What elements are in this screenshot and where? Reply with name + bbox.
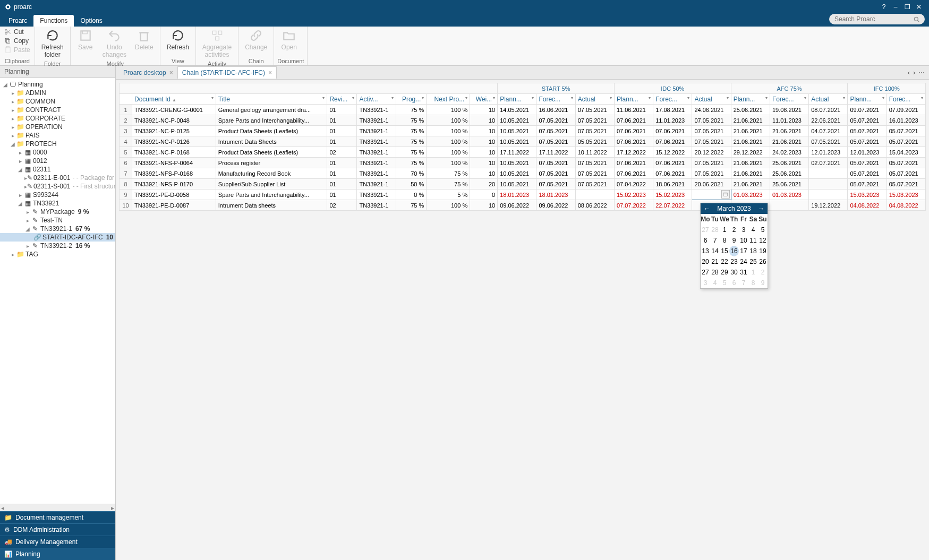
tree-operation[interactable]: ▸📁OPERATION: [0, 123, 115, 131]
cell-progress[interactable]: 75 %: [396, 105, 427, 115]
cell-rownum[interactable]: 3: [120, 126, 132, 136]
cell-idc-actual-editing[interactable]: [692, 189, 731, 200]
datepicker-day[interactable]: 27: [701, 225, 710, 235]
datepicker-day[interactable]: 23: [729, 256, 739, 267]
cell-idc-forecast[interactable]: 07.06.2021: [653, 136, 692, 147]
cell-ifc-forecast[interactable]: 15.03.2023: [887, 189, 925, 200]
cell-idc-forecast[interactable]: 07.06.2021: [653, 168, 692, 179]
tree-mypackage[interactable]: ▸✎MYPackage9 %: [0, 208, 115, 216]
cell-idc-planned[interactable]: 07.06.2021: [614, 115, 653, 126]
cell-start-forecast[interactable]: 17.11.2022: [536, 147, 575, 158]
cell-afc-actual[interactable]: [809, 168, 848, 179]
cell-progress[interactable]: 50 %: [396, 179, 427, 189]
cell-progress[interactable]: 70 %: [396, 168, 427, 179]
cell-afc-forecast[interactable]: 11.01.2023: [770, 115, 808, 126]
nav-delivery-management[interactable]: 🚚Delivery Management: [0, 536, 115, 548]
cell-afc-forecast[interactable]: [770, 200, 808, 211]
delete-button[interactable]: Delete: [132, 28, 157, 52]
cell-revision[interactable]: 01: [327, 115, 357, 126]
cell-afc-forecast[interactable]: 21.06.2021: [770, 136, 808, 147]
cell-afc-planned[interactable]: 25.06.2021: [731, 105, 770, 115]
close-icon[interactable]: ×: [268, 69, 272, 76]
datepicker-day[interactable]: 21: [710, 256, 720, 267]
cell-start-forecast[interactable]: 09.06.2022: [536, 200, 575, 211]
table-row[interactable]: 2TN33921-NC-P-0048Spare Parts and Interc…: [120, 115, 926, 126]
cell-afc-planned[interactable]: 21.06.2021: [731, 136, 770, 147]
col-start-actual[interactable]: Actual▾: [575, 94, 614, 105]
cell-rownum[interactable]: 4: [120, 136, 132, 147]
cell-afc-forecast[interactable]: 25.06.2021: [770, 168, 808, 179]
nav-ddm-administration[interactable]: ⚙DDM Administration: [0, 523, 115, 536]
filter-icon[interactable]: ▾: [765, 96, 768, 100]
cell-activity[interactable]: TN33921-1: [357, 168, 396, 179]
cell-next-progress[interactable]: 100 %: [427, 115, 470, 126]
datepicker-day[interactable]: 28: [710, 267, 720, 278]
datepicker-day[interactable]: 17: [739, 246, 748, 256]
datepicker-day[interactable]: 9: [758, 278, 768, 288]
cell-start-planned[interactable]: 14.05.2021: [498, 105, 536, 115]
col-rownum[interactable]: [120, 94, 132, 105]
table-row[interactable]: 1TN33921-CRENG-G-0001General geology arr…: [120, 105, 926, 115]
cell-revision[interactable]: 01: [327, 136, 357, 147]
table-row[interactable]: 6TN33921-NFS-P-0064Process register01TN3…: [120, 158, 926, 168]
cell-afc-actual[interactable]: 19.12.2022: [809, 200, 848, 211]
cell-idc-actual[interactable]: 20.12.2022: [692, 147, 731, 158]
cell-weight[interactable]: 0: [470, 189, 498, 200]
search-input[interactable]: [829, 14, 925, 24]
cell-afc-planned[interactable]: 29.12.2022: [731, 147, 770, 158]
tab-chain[interactable]: Chain (START-IDC-AFC-IFC)×: [177, 66, 277, 79]
cell-start-forecast[interactable]: 16.06.2021: [536, 105, 575, 115]
filter-icon[interactable]: ▾: [649, 96, 651, 100]
datepicker-next[interactable]: →: [758, 205, 764, 212]
datepicker-day[interactable]: 30: [729, 267, 739, 278]
col-start-planned[interactable]: Plann...▾: [498, 94, 536, 105]
save-button[interactable]: Save: [74, 28, 97, 52]
cell-title[interactable]: Intrument Data Sheets: [216, 136, 327, 147]
cell-activity[interactable]: TN33921-1: [357, 115, 396, 126]
undo-changes-button[interactable]: Undochanges: [99, 28, 130, 59]
table-row[interactable]: 3TN33921-NC-P-0125Product Data Sheets (L…: [120, 126, 926, 136]
cell-ifc-forecast[interactable]: 05.07.2021: [887, 168, 925, 179]
cell-idc-planned[interactable]: 07.04.2022: [614, 179, 653, 189]
cell-start-planned[interactable]: 17.11.2022: [498, 147, 536, 158]
col-document-id[interactable]: Document Id ▲▾: [132, 94, 216, 105]
tab-nav-next[interactable]: ›: [913, 69, 915, 76]
col-activity[interactable]: Activ...▾: [357, 94, 396, 105]
tree-tn33921[interactable]: ◢▦TN33921: [0, 199, 115, 208]
filter-icon[interactable]: ▾: [804, 96, 806, 100]
cell-idc-actual[interactable]: 07.05.2021: [692, 115, 731, 126]
cell-idc-planned[interactable]: 11.06.2021: [614, 105, 653, 115]
cell-start-planned[interactable]: 10.05.2021: [498, 115, 536, 126]
col-weight[interactable]: Wei...▾: [470, 94, 498, 105]
cell-revision[interactable]: 01: [327, 126, 357, 136]
cell-idc-forecast[interactable]: 07.06.2021: [653, 158, 692, 168]
datepicker-day[interactable]: 4: [710, 278, 720, 288]
filter-icon[interactable]: ▾: [322, 96, 325, 100]
tree-tn33921-1[interactable]: ◢✎TN33921-167 %: [0, 225, 115, 233]
cell-rownum[interactable]: 7: [120, 168, 132, 179]
cell-ifc-planned[interactable]: 05.07.2021: [848, 179, 887, 189]
cell-document-id[interactable]: TN33921-NFS-P-0170: [132, 179, 216, 189]
cell-ifc-forecast[interactable]: 05.07.2021: [887, 158, 925, 168]
table-row[interactable]: 10TN33921-PE-D-0087Intrument Data sheets…: [120, 200, 926, 211]
cell-afc-planned[interactable]: 21.06.2021: [731, 168, 770, 179]
cell-idc-planned[interactable]: 07.06.2021: [614, 136, 653, 147]
cell-start-forecast[interactable]: 07.05.2021: [536, 136, 575, 147]
col-ifc-forecast[interactable]: Forec...▾: [887, 94, 925, 105]
table-row[interactable]: 9TN33921-PE-D-0058Spare Parts and Interc…: [120, 189, 926, 200]
cell-weight[interactable]: 10: [470, 158, 498, 168]
cell-progress[interactable]: 0 %: [396, 189, 427, 200]
cell-ifc-planned[interactable]: 05.07.2021: [848, 158, 887, 168]
cell-start-actual[interactable]: 07.05.2021: [575, 126, 614, 136]
datepicker-day[interactable]: 29: [720, 267, 729, 278]
col-afc-planned[interactable]: Plann...▾: [731, 94, 770, 105]
tab-overflow[interactable]: ⋯: [918, 69, 925, 76]
filter-icon[interactable]: ▾: [465, 96, 467, 100]
nav-planning[interactable]: 📊Planning: [0, 548, 115, 560]
cell-idc-actual[interactable]: 07.05.2021: [692, 158, 731, 168]
cell-start-forecast[interactable]: 18.01.2023: [536, 189, 575, 200]
cell-activity[interactable]: TN33921-1: [357, 126, 396, 136]
tab-nav-prev[interactable]: ‹: [908, 69, 910, 76]
datepicker-day[interactable]: 2: [729, 225, 739, 235]
filter-icon[interactable]: ▾: [493, 96, 495, 100]
